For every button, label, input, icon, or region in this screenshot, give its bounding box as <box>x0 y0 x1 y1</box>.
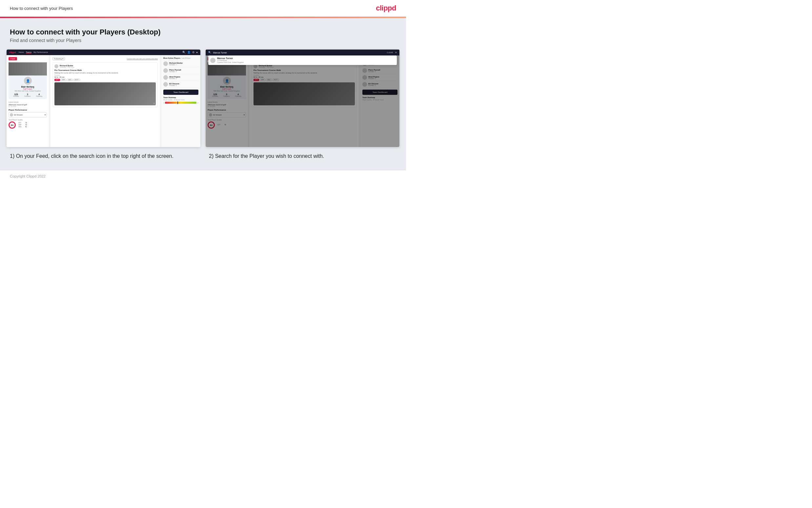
quality-circle: 84 <box>8 121 16 129</box>
search-result-info: Marcus Turner 1-5 Handicap Cypress Point… <box>217 57 244 64</box>
mini-app-2: clippd Home Teams My Performance 🔍 👤 ⚙ ● <box>206 49 399 147</box>
most-active-title-1: Most Active Players · Last 30 days <box>163 57 198 59</box>
quality-circle-2: 84 <box>207 121 215 129</box>
player-item-1: Richard Butler Activities: 7 <box>163 60 198 67</box>
user-icon-nav[interactable]: 👤 <box>187 51 191 54</box>
following-button[interactable]: Following ▾ <box>52 57 65 60</box>
player-activities-2-3: Activities: 3 <box>368 78 379 79</box>
team-dashboard-button[interactable]: Team Dashboard <box>163 90 198 95</box>
following-stat-2: 4 Following <box>235 93 241 97</box>
player-selector-1[interactable]: Eli Vincent ▾ <box>8 112 47 118</box>
nav-teams: Teams <box>26 51 32 53</box>
page-subtitle: Find and connect with your Players <box>10 38 396 43</box>
search-icon-nav[interactable]: 🔍 <box>182 51 186 54</box>
page-title: How to connect with your Players <box>10 6 73 11</box>
player-name-4: Eli Vincent <box>169 83 179 85</box>
ott-bar-row-2: OTT 79 <box>218 124 226 126</box>
following-num: 4 <box>36 93 42 95</box>
player-name-2-2: Piers Parnell <box>368 69 380 71</box>
profile-name-1: Blair McHarg <box>10 86 45 88</box>
activity-user-info-2: Richard Butler Yesterday · The Grove <box>259 65 274 68</box>
player-perf-title-1: Player Performance <box>8 109 47 111</box>
nav-home: Home <box>19 51 24 53</box>
following-row: Following ▾ Control who can see your act… <box>52 57 158 60</box>
player-item-2-3: Hiral Pujara Activities: 3 <box>363 74 397 81</box>
player-info-2-2: Piers Parnell Activities: 4 <box>368 69 380 73</box>
tag-ott-2: OTT <box>253 79 259 81</box>
search-input[interactable]: Marcus Turner <box>213 51 385 54</box>
activity-card-1: Richard Butler Yesterday · The Grove Pre… <box>52 62 158 107</box>
close-button[interactable]: × <box>395 51 397 54</box>
copyright: Copyright Clippd 2022 <box>10 174 46 178</box>
player-activities-4: Activities: 1 <box>169 85 179 86</box>
most-active-period-1: Last 30 days <box>182 57 191 59</box>
ott-label-2: OTT <box>218 124 221 126</box>
player-name-2-4: Eli Vincent <box>368 83 378 85</box>
player-name-1: Richard Butler <box>169 62 183 64</box>
player-avatar-4 <box>163 82 168 87</box>
left-column-2: Feed 👤 Blair McHarg Golf Coach Mill Ride… <box>206 55 248 147</box>
profile-stats-1: 129 Activities 3 Followers 4 Following <box>10 93 45 97</box>
duration-1: 02 hr : 00 min <box>54 76 156 78</box>
tag-putt: PUTT <box>74 79 80 81</box>
quality-label-2: Total Player Quality <box>207 119 246 121</box>
mini-logo-1: clippd <box>9 51 16 53</box>
player-selector-avatar <box>10 113 13 117</box>
activity-image-1: ◉ <box>54 82 156 105</box>
heatmap-track <box>165 102 197 104</box>
mini-body-1: Feed 👤 Blair McHarg Golf Coach Mill Ride… <box>7 55 200 147</box>
screenshot-2: clippd Home Teams My Performance 🔍 👤 ⚙ ● <box>206 49 399 147</box>
settings-icon-nav[interactable]: ⚙ <box>192 51 194 54</box>
latest-label: Latest Activity <box>8 101 47 103</box>
activity-desc-2: Walking the course with my coach to buil… <box>253 72 355 74</box>
mini-nav-icons-1: 🔍 👤 ⚙ ● <box>182 51 198 54</box>
tag-ott: OTT <box>54 79 60 81</box>
player-activities-2-4: Activities: 1 <box>368 85 378 86</box>
profile-card-2: 👤 Blair McHarg Golf Coach Mill Ride Golf… <box>207 62 246 99</box>
heatmap-bar: -5 +5 <box>163 102 198 104</box>
search-overlay: 🔍 Marcus Turner CLEAR × Marcus Turner 1-… <box>206 49 399 65</box>
following-num-2: 4 <box>235 93 241 95</box>
control-link[interactable]: Control who can see your activity and da… <box>127 58 158 60</box>
heatmap-marker <box>178 101 178 104</box>
player-performance-section-2: Player Performance Eli Vincent ▾ Total P… <box>207 109 246 129</box>
tag-app: APP <box>61 79 66 81</box>
right-column-2: Most Active Players · Last 30 days Richa… <box>360 55 399 147</box>
team-dashboard-button-2[interactable]: Team Dashboard <box>363 90 397 95</box>
profile-card-1: 👤 Blair McHarg Golf Coach Mill Ride Golf… <box>8 62 47 99</box>
ott-num-2: 79 <box>223 124 226 126</box>
avatar-icon-nav[interactable]: ● <box>196 51 198 54</box>
ott-label: OTT <box>18 122 22 124</box>
profile-club-2: Mill Ride Golf Club, United Kingdom <box>209 90 244 92</box>
arg-num: 61 <box>23 126 27 128</box>
activity-card-2: Richard Butler Yesterday · The Grove Pre… <box>251 62 357 107</box>
player-name-2: Piers Parnell <box>169 69 181 71</box>
player-avatar-1 <box>163 61 168 66</box>
activity-meta-2: Yesterday · The Grove <box>259 67 274 68</box>
mini-nav-1: clippd Home Teams My Performance 🔍 👤 ⚙ ● <box>7 49 200 55</box>
player-selector-2[interactable]: Eli Vincent ▾ <box>207 112 246 118</box>
tag-app-2: APP <box>260 79 265 81</box>
followers-num-2: 3 <box>223 93 230 95</box>
arg-bar-row: ARG 61 <box>18 126 27 128</box>
activity-user-info-1: Richard Butler Yesterday · The Grove <box>60 65 75 68</box>
latest-activity-1: Latest Activity Afternoon round of golf … <box>8 101 47 107</box>
player-name-2-3: Hiral Pujara <box>368 76 379 78</box>
search-result-card[interactable]: Marcus Turner 1-5 Handicap Cypress Point… <box>208 55 397 65</box>
quality-bars: OTT 79 APP <box>18 122 27 128</box>
player-perf-title-2: Player Performance <box>207 109 246 111</box>
player-info-1: Richard Butler Activities: 7 <box>169 62 183 66</box>
ott-bar-row: OTT 79 <box>18 122 27 124</box>
player-activities-2: Activities: 4 <box>169 71 181 73</box>
screenshots-row: clippd Home Teams My Performance 🔍 👤 ⚙ ● <box>7 49 399 147</box>
followers-stat-2: 3 Followers <box>223 93 230 97</box>
player-selector-avatar-2 <box>209 113 212 117</box>
activity-user-avatar-1 <box>54 64 58 68</box>
player-avatar-2-2 <box>363 68 367 73</box>
clear-button[interactable]: CLEAR <box>387 51 393 53</box>
duration-2: 02 hr : 00 min <box>253 76 355 78</box>
tag-row-2: OTT APP ARG PUTT <box>253 79 355 81</box>
tag-row-1: OTT APP ARG PUTT <box>54 79 156 81</box>
player-info-4: Eli Vincent Activities: 1 <box>169 83 179 86</box>
search-result-avatar <box>210 58 216 63</box>
